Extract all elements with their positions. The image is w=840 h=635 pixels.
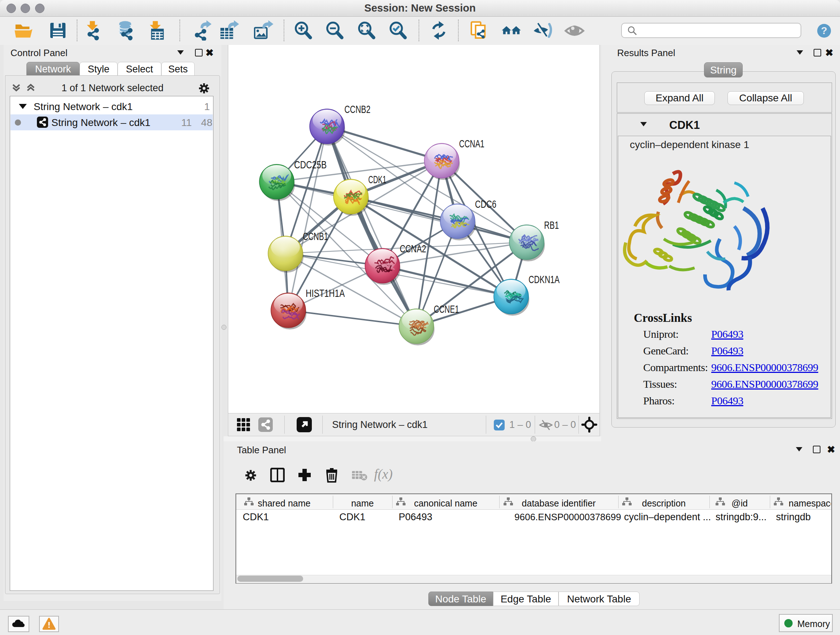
svg-text:CDKN1A: CDKN1A bbox=[529, 274, 560, 285]
svg-text:RB1: RB1 bbox=[544, 219, 559, 231]
svg-text:CDC6: CDC6 bbox=[475, 198, 496, 210]
svg-text:CCNA2: CCNA2 bbox=[400, 243, 426, 255]
svg-text:?: ? bbox=[821, 25, 827, 36]
svg-text:CCNB2: CCNB2 bbox=[344, 103, 370, 115]
svg-text:HIST1H1A: HIST1H1A bbox=[306, 287, 345, 299]
svg-text:CDC25B: CDC25B bbox=[294, 159, 327, 171]
svg-text:CCNA1: CCNA1 bbox=[459, 138, 485, 149]
svg-text:CDK1: CDK1 bbox=[368, 174, 386, 185]
svg-text:CCNE1: CCNE1 bbox=[434, 303, 459, 315]
svg-text:CCNB1: CCNB1 bbox=[303, 231, 328, 242]
